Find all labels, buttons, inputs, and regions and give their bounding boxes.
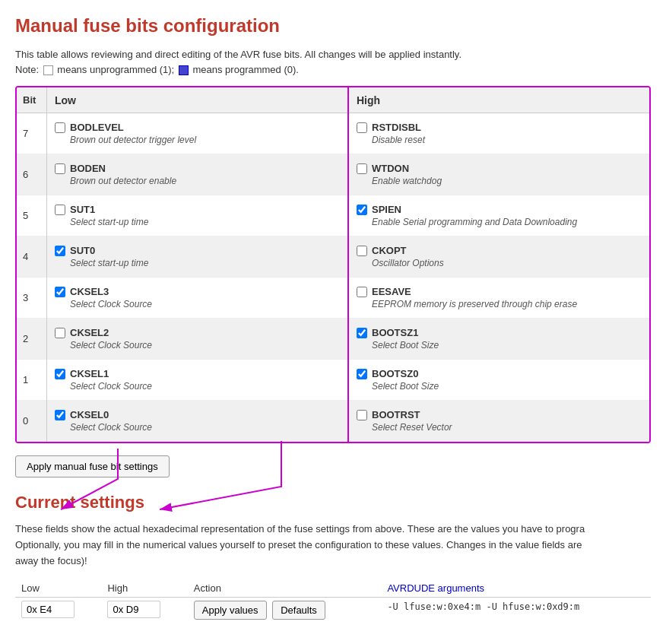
low-desc-4: Select start-up time xyxy=(55,258,340,268)
low-column: Low BODLEVEL Brown out detector trigger … xyxy=(47,87,349,442)
high-row-0: BOOTRST Select Reset Vector xyxy=(349,401,649,442)
low-name-1: CKSEL1 xyxy=(70,368,109,379)
high-desc-5: Enable Serial programming and Data Downl… xyxy=(357,217,642,227)
low-desc-0: Select Clock Source xyxy=(55,422,340,433)
high-desc-0: Select Reset Vector xyxy=(357,422,642,433)
low-row-4: SUT0 Select start-up time xyxy=(47,236,347,278)
low-hex-input[interactable] xyxy=(21,601,75,618)
low-name-2: CKSEL2 xyxy=(70,327,109,338)
low-row-3: CKSEL3 Select Clock Source xyxy=(47,278,347,319)
bit-cell-1: 1 xyxy=(17,360,46,401)
low-label-4: SUT0 xyxy=(55,245,340,256)
low-desc-6: Brown out detector enable xyxy=(55,176,340,186)
low-desc-5: Select start-up time xyxy=(55,217,340,227)
bit-header: Bit xyxy=(17,87,46,113)
current-values-table: Low High Action AVRDUDE arguments Apply … xyxy=(15,579,651,623)
high-checkbox-1[interactable] xyxy=(357,369,367,379)
low-name-0: CKSEL0 xyxy=(70,409,109,420)
low-label-7: BODLEVEL xyxy=(55,122,340,133)
high-name-2: BOOTSZ1 xyxy=(372,327,418,338)
low-checkbox-4[interactable] xyxy=(55,246,65,256)
high-name-1: BOOTSZ0 xyxy=(372,368,418,379)
high-checkbox-3[interactable] xyxy=(357,287,367,297)
low-label-0: CKSEL0 xyxy=(55,409,340,420)
high-checkbox-5[interactable] xyxy=(357,205,367,215)
col-avrdude-header: AVRDUDE arguments xyxy=(381,579,651,598)
low-name-5: SUT1 xyxy=(70,204,95,215)
low-desc-3: Select Clock Source xyxy=(55,299,340,309)
col-action-header: Action xyxy=(188,579,382,598)
high-desc-2: Select Boot Size xyxy=(357,340,642,351)
page-title: Manual fuse bits configuration xyxy=(15,15,651,36)
apply-values-button[interactable]: Apply values xyxy=(194,601,267,620)
high-checkbox-4[interactable] xyxy=(357,246,367,256)
col-low-header: Low xyxy=(15,579,101,598)
high-row-1: BOOTSZ0 Select Boot Size xyxy=(349,360,649,401)
low-checkbox-3[interactable] xyxy=(55,287,65,297)
high-hex-input[interactable] xyxy=(107,601,160,618)
high-label-5: SPIEN xyxy=(357,204,642,215)
low-label-1: CKSEL1 xyxy=(55,368,340,379)
defaults-button[interactable]: Defaults xyxy=(272,601,325,620)
high-name-0: BOOTRST xyxy=(372,409,420,420)
high-label-0: BOOTRST xyxy=(357,409,642,420)
page-description: This table allows reviewing and direct e… xyxy=(15,47,651,77)
bit-cell-4: 4 xyxy=(17,236,46,278)
high-name-6: WTDON xyxy=(372,163,409,174)
low-checkbox-5[interactable] xyxy=(55,205,65,215)
bit-cell-6: 6 xyxy=(17,154,46,195)
low-label-2: CKSEL2 xyxy=(55,327,340,338)
high-desc-4: Oscillator Options xyxy=(357,258,642,268)
low-checkbox-7[interactable] xyxy=(55,122,65,133)
high-desc-3: EEPROM memory is preserved through chip … xyxy=(357,299,642,309)
avrdude-arguments: -U lfuse:w:0xe4:m -U hfuse:w:0xd9:m xyxy=(387,601,579,612)
high-label-7: RSTDISBL xyxy=(357,122,642,133)
high-row-5: SPIEN Enable Serial programming and Data… xyxy=(349,195,649,236)
low-row-2: CKSEL2 Select Clock Source xyxy=(47,319,347,360)
high-checkbox-2[interactable] xyxy=(357,328,367,338)
low-row-0: CKSEL0 Select Clock Source xyxy=(47,401,347,442)
high-label-4: CKOPT xyxy=(357,245,642,256)
high-desc-7: Disable reset xyxy=(357,135,642,145)
low-desc-2: Select Clock Source xyxy=(55,340,340,351)
high-name-4: CKOPT xyxy=(372,245,407,256)
bit-cell-2: 2 xyxy=(17,319,46,360)
current-description: These fields show the actual hexadecimal… xyxy=(15,522,651,569)
low-header: Low xyxy=(47,87,347,113)
high-row-6: WTDON Enable watchdog xyxy=(349,154,649,195)
low-row-5: SUT1 Select start-up time xyxy=(47,195,347,236)
low-desc-1: Select Clock Source xyxy=(55,381,340,392)
high-name-7: RSTDISBL xyxy=(372,122,421,133)
high-row-4: CKOPT Oscillator Options xyxy=(349,236,649,278)
high-row-7: RSTDISBL Disable reset xyxy=(349,113,649,154)
low-label-5: SUT1 xyxy=(55,204,340,215)
high-name-3: EESAVE xyxy=(372,286,411,297)
low-checkbox-0[interactable] xyxy=(55,410,65,420)
low-name-3: CKSEL3 xyxy=(70,286,109,297)
high-checkbox-7[interactable] xyxy=(357,122,367,133)
low-label-6: BODEN xyxy=(55,163,340,174)
high-label-3: EESAVE xyxy=(357,286,642,297)
bit-cell-5: 5 xyxy=(17,195,46,236)
high-column: High RSTDISBL Disable reset WTDON Enable… xyxy=(349,87,649,442)
low-checkbox-2[interactable] xyxy=(55,328,65,338)
high-label-1: BOOTSZ0 xyxy=(357,368,642,379)
col-high-header: High xyxy=(101,579,187,598)
low-row-1: CKSEL1 Select Clock Source xyxy=(47,360,347,401)
low-checkbox-1[interactable] xyxy=(55,369,65,379)
fuse-table: Bit 76543210 Low BODLEVEL Brown out dete… xyxy=(15,86,651,443)
high-checkbox-0[interactable] xyxy=(357,410,367,420)
high-desc-6: Enable watchdog xyxy=(357,176,642,186)
high-checkbox-6[interactable] xyxy=(357,163,367,174)
bit-column: Bit 76543210 xyxy=(17,87,47,442)
low-name-7: BODLEVEL xyxy=(70,122,124,133)
high-row-3: EESAVE EEPROM memory is preserved throug… xyxy=(349,278,649,319)
high-header: High xyxy=(349,87,649,113)
low-checkbox-6[interactable] xyxy=(55,163,65,174)
bit-cell-3: 3 xyxy=(17,278,46,319)
high-label-6: WTDON xyxy=(357,163,642,174)
apply-fuse-bits-button[interactable]: Apply manual fuse bit settings xyxy=(15,455,170,477)
high-label-2: BOOTSZ1 xyxy=(357,327,642,338)
low-desc-7: Brown out detector trigger level xyxy=(55,135,340,145)
bit-cell-0: 0 xyxy=(17,401,46,442)
